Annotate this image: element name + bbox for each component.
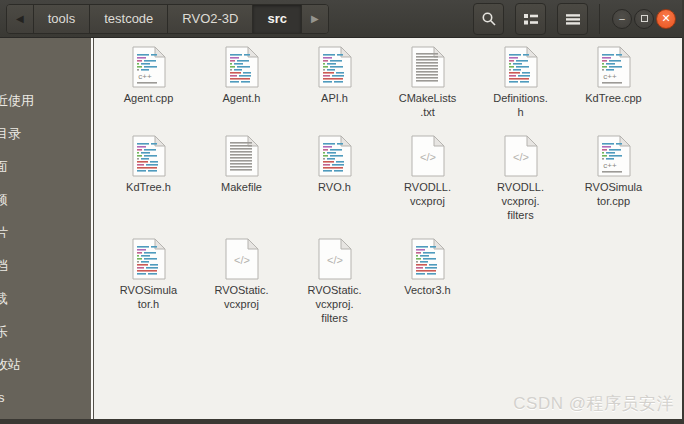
header-file-icon <box>504 46 538 88</box>
text-file-icon <box>225 135 259 177</box>
sidebar: 近使用目录面频片档载乐收站ls304 上... <box>0 38 94 419</box>
svg-text:c++: c++ <box>603 161 617 170</box>
breadcrumb-segment-rvo2-3d[interactable]: RVO2-3D <box>168 5 253 33</box>
sidebar-item[interactable]: 档 <box>0 249 93 282</box>
header-file-icon <box>411 238 445 280</box>
sidebar-item[interactable]: 片 <box>0 216 93 249</box>
sidebar-item-label: 目录 <box>0 125 21 143</box>
svg-text:c++: c++ <box>138 72 152 81</box>
file-name-label: RVODLL.vcxproj <box>381 180 474 208</box>
header-file-icon <box>132 238 166 280</box>
file-name-label: KdTree.h <box>102 180 195 194</box>
view-toggle-button[interactable] <box>515 3 546 35</box>
xml-file-icon: </> <box>318 238 352 280</box>
file-manager-window: ◀ toolstestcodeRVO2-3Dsrc ▶ <box>0 0 684 424</box>
window-controls: – ✕ <box>610 9 676 29</box>
header-file-icon <box>132 135 166 177</box>
file-name-label: API.h <box>288 91 381 105</box>
app-body: 近使用目录面频片档载乐收站ls304 上... c++ Agent.cpp Ag… <box>0 38 682 419</box>
header-file-icon <box>318 135 352 177</box>
toolbar: ◀ toolstestcodeRVO2-3Dsrc ▶ <box>0 0 682 38</box>
file-item-RVODLL.vcxproj[interactable]: </> RVODLL.vcxproj <box>381 135 474 208</box>
close-button[interactable]: ✕ <box>656 9 676 29</box>
file-item-RVOStatic.vcxproj.filters[interactable]: </> RVOStatic.vcxproj.filters <box>288 238 381 325</box>
file-name-label: Agent.h <box>195 91 288 105</box>
cpp-file-icon: c++ <box>597 135 631 177</box>
file-item-KdTree.h[interactable]: KdTree.h <box>102 135 195 194</box>
breadcrumb-label: src <box>267 11 287 26</box>
xml-file-icon: </> <box>411 135 445 177</box>
file-name-label: CMakeLists.txt <box>381 91 474 119</box>
sidebar-item[interactable]: ls <box>0 381 93 414</box>
file-name-label: Makefile <box>195 180 288 194</box>
sidebar-item-label: 档 <box>0 257 8 275</box>
sidebar-item[interactable]: 近使用 <box>0 84 93 117</box>
file-name-label: Agent.cpp <box>102 91 195 105</box>
sidebar-item[interactable]: 频 <box>0 183 93 216</box>
breadcrumb-label: tools <box>48 11 75 26</box>
search-icon <box>481 11 497 27</box>
sidebar-item-label: 乐 <box>0 323 8 341</box>
minimize-button[interactable]: – <box>612 9 632 29</box>
file-view: c++ Agent.cpp Agent.h API.h CMakeLists.t… <box>94 38 682 419</box>
breadcrumb: ◀ toolstestcodeRVO2-3Dsrc ▶ <box>6 4 329 34</box>
breadcrumb-back-button[interactable]: ◀ <box>7 5 34 33</box>
svg-text:</>: </> <box>420 151 436 163</box>
sidebar-item-label: 片 <box>0 224 8 242</box>
sidebar-item-label: 面 <box>0 158 8 176</box>
toolbar-separator <box>599 4 600 34</box>
sidebar-item[interactable]: 面 <box>0 150 93 183</box>
search-button[interactable] <box>473 3 504 35</box>
files-grid: c++ Agent.cpp Agent.h API.h CMakeLists.t… <box>102 46 682 325</box>
file-name-label: RVOSimulator.cpp <box>567 180 660 208</box>
hamburger-menu-icon <box>565 11 581 27</box>
file-item-RVOSimulator.cpp[interactable]: c++ RVOSimulator.cpp <box>567 135 660 208</box>
file-item-API.h[interactable]: API.h <box>288 46 381 105</box>
header-file-icon <box>318 46 352 88</box>
svg-text:c++: c++ <box>603 72 617 81</box>
sidebar-item[interactable]: 乐 <box>0 315 93 348</box>
file-item-Vector3.h[interactable]: Vector3.h <box>381 238 474 297</box>
breadcrumb-segment-tools[interactable]: tools <box>34 5 90 33</box>
file-name-label: RVOSimulator.h <box>102 283 195 311</box>
sidebar-item[interactable]: 载 <box>0 282 93 315</box>
maximize-icon <box>641 15 648 22</box>
file-name-label: RVOStatic.vcxproj <box>195 283 288 311</box>
breadcrumb-forward-button[interactable]: ▶ <box>302 5 328 33</box>
svg-text:</>: </> <box>513 151 529 163</box>
svg-text:</>: </> <box>327 254 343 266</box>
breadcrumb-segment-testcode[interactable]: testcode <box>90 5 168 33</box>
file-item-RVODLL.vcxproj.filters[interactable]: </> RVODLL.vcxproj.filters <box>474 135 567 222</box>
xml-file-icon: </> <box>225 238 259 280</box>
sidebar-item[interactable]: 目录 <box>0 117 93 150</box>
file-name-label: RVOStatic.vcxproj.filters <box>288 283 381 325</box>
file-item-RVO.h[interactable]: RVO.h <box>288 135 381 194</box>
maximize-button[interactable] <box>634 9 654 29</box>
file-item-CMakeLists.txt[interactable]: CMakeLists.txt <box>381 46 474 119</box>
file-item-Makefile[interactable]: Makefile <box>195 135 288 194</box>
minimize-icon: – <box>619 14 625 24</box>
breadcrumb-label: RVO2-3D <box>182 11 238 26</box>
file-item-RVOStatic.vcxproj[interactable]: </> RVOStatic.vcxproj <box>195 238 288 311</box>
sidebar-item[interactable]: 304 上... <box>0 414 93 419</box>
watermark: CSDN @程序员安洋 <box>513 392 674 415</box>
file-item-Agent.cpp[interactable]: c++ Agent.cpp <box>102 46 195 105</box>
chevron-right-icon: ▶ <box>311 14 319 24</box>
file-name-label: KdTree.cpp <box>567 91 660 105</box>
sidebar-item-label: 收站 <box>0 356 21 374</box>
sidebar-item-label: 频 <box>0 191 8 209</box>
file-item-RVOSimulator.h[interactable]: RVOSimulator.h <box>102 238 195 311</box>
sidebar-item-label: 近使用 <box>0 92 34 110</box>
file-name-label: RVO.h <box>288 180 381 194</box>
sidebar-item[interactable]: 收站 <box>0 348 93 381</box>
file-item-KdTree.cpp[interactable]: c++ KdTree.cpp <box>567 46 660 105</box>
menu-button[interactable] <box>557 3 588 35</box>
sidebar-item-label: ls <box>0 390 4 405</box>
file-name-label: Vector3.h <box>381 283 474 297</box>
list-view-icon <box>523 11 539 27</box>
chevron-left-icon: ◀ <box>16 14 24 24</box>
file-item-Agent.h[interactable]: Agent.h <box>195 46 288 105</box>
file-item-Definitions.h[interactable]: Definitions.h <box>474 46 567 119</box>
xml-file-icon: </> <box>504 135 538 177</box>
breadcrumb-segment-src[interactable]: src <box>253 5 302 33</box>
